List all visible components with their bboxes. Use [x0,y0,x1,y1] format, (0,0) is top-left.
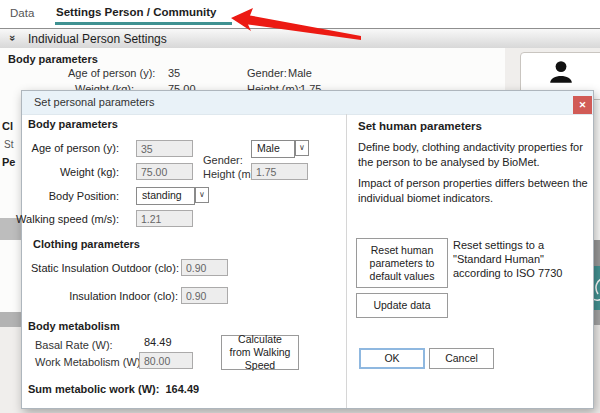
body-position-label: Body Position: [22,190,119,202]
static-insulation-outdoor-input[interactable] [181,259,228,276]
set-human-parameters-heading: Set human parameters [358,120,482,132]
set-personal-parameters-dialog: Set personal parameters ✕ Body parameter… [21,90,594,409]
work-metabolism-label: Work Metabolism (W): [35,356,144,368]
clothing-parameters-heading: Clothing parameters [33,238,140,250]
body-position-select[interactable]: standing [136,187,195,205]
close-icon[interactable]: ✕ [573,96,592,114]
tab-data[interactable]: Data [10,7,34,19]
section-title: Individual Person Settings [28,32,167,46]
bg-clipped-clothing-label: Cl [2,120,22,132]
basal-rate-value: 84.49 [144,336,172,348]
height-label: Height (m): [203,168,257,180]
cancel-button[interactable]: Cancel [429,348,494,369]
gender-label: Gender: [203,154,243,166]
tab-bar: Data Settings Person / Community [0,0,600,28]
ok-button[interactable]: OK [359,348,425,369]
walking-speed-input[interactable] [136,210,193,227]
insulation-indoor-label: Insulation Indoor (clo): [31,290,178,302]
weight-input[interactable] [136,163,193,180]
reset-human-parameters-button[interactable]: Reset human parameters to default values [356,238,448,288]
walking-speed-label: Walking speed (m/s): [15,213,119,225]
sum-metabolic-work-label: Sum metabolic work (W): [28,383,159,395]
age-label: Age of person (y): [22,142,119,154]
body-parameters-heading: Body parameters [28,118,118,130]
individual-person-settings-header[interactable]: » Individual Person Settings [0,28,600,50]
static-insulation-outdoor-label: Static Insulation Outdoor (clo): [31,262,178,274]
dialog-title: Set personal parameters [34,96,154,108]
weight-label: Weight (kg): [22,166,119,178]
human-parameters-impact-note: Impact of person properties differs betw… [358,176,593,205]
sum-metabolic-work-value: 164.49 [165,383,199,395]
dialog-column-divider [346,114,347,408]
dialog-titlebar[interactable]: Set personal parameters ✕ [22,91,593,115]
tab-settings-person-community[interactable]: Settings Person / Community [56,6,216,18]
bg-gender-value: Male [288,67,312,79]
age-input[interactable] [136,140,193,157]
body-position-chevron-down-icon[interactable]: ∨ [195,187,209,203]
reset-standard-human-note: Reset settings to a "Standard Human" acc… [453,238,565,280]
height-input[interactable] [251,163,308,180]
bg-clipped-person-label: Pe [2,156,22,168]
bg-age-label: Age of person (y): [68,67,155,79]
active-tab-underline [55,22,232,25]
bg-section-band-left-2 [0,312,21,327]
basal-rate-label: Basal Rate (W): [35,339,113,351]
calculate-from-walking-speed-button[interactable]: Calculate from Walking Speed [221,335,299,370]
update-data-button[interactable]: Update data [356,293,448,318]
work-metabolism-input[interactable] [139,352,193,369]
body-metabolism-heading: Body metabolism [28,320,120,332]
human-parameters-description: Define body, clothing andactivity proper… [358,140,593,169]
gender-chevron-down-icon[interactable]: ∨ [295,140,309,156]
app-window: Data Settings Person / Community » Indiv… [0,0,600,413]
person-icon [548,59,574,85]
bg-age-value: 35 [168,67,180,79]
collapse-chevron-icon[interactable]: » [7,35,19,41]
insulation-indoor-input[interactable] [181,287,228,304]
gender-select[interactable]: Male [251,140,295,158]
bg-body-parameters-heading: Body parameters [8,53,98,65]
bg-gender-label: Gender: [247,67,287,79]
